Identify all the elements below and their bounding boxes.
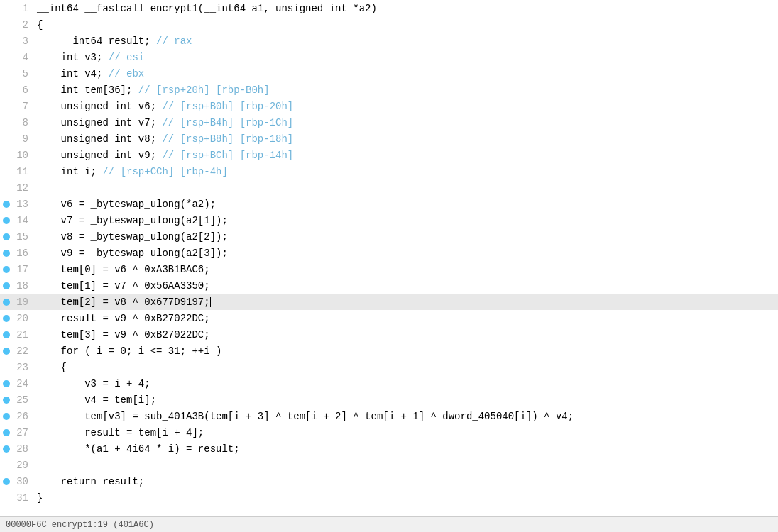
code-area: 1__int64 __fastcall encrypt1(__int64 a1,… — [0, 0, 778, 506]
code-line: 8 unsigned int v7; // [rsp+B4h] [rbp-1Ch… — [0, 114, 778, 131]
breakpoint-dot[interactable] — [3, 331, 10, 338]
code-line: 18 tem[1] = v7 ^ 0x56AA3350; — [0, 277, 778, 294]
line-number: 11 — [13, 166, 34, 177]
code-line: 10 unsigned int v9; // [rsp+BCh] [rbp-14… — [0, 147, 778, 163]
token: tem[v3] = sub_401A3B(tem[i + 3] ^ tem[i … — [37, 411, 574, 422]
breakpoint-dot[interactable] — [3, 315, 10, 322]
line-content: v6 = _byteswap_ulong(*a2); — [34, 199, 778, 210]
line-number: 13 — [13, 199, 34, 210]
line-indicator — [0, 266, 13, 273]
line-indicator — [0, 282, 13, 289]
line-number: 14 — [13, 215, 34, 226]
line-number: 15 — [13, 231, 34, 243]
breakpoint-dot[interactable] — [3, 397, 10, 404]
code-line: 26 tem[v3] = sub_401A3B(tem[i + 3] ^ tem… — [0, 408, 778, 424]
breakpoint-dot[interactable] — [3, 282, 10, 289]
code-line: 13 v6 = _byteswap_ulong(*a2); — [0, 196, 778, 212]
line-number: 12 — [13, 182, 34, 194]
code-line: 9 unsigned int v8; // [rsp+B8h] [rbp-18h… — [0, 131, 778, 147]
token: // ebx — [109, 68, 144, 79]
breakpoint-dot[interactable] — [3, 445, 10, 453]
token: tem[3] = v9 ^ 0xB27022DC; — [37, 329, 210, 340]
code-line: 27 result = tem[i + 4]; — [0, 424, 778, 440]
breakpoint-dot[interactable] — [3, 478, 10, 485]
line-number: 8 — [13, 117, 34, 128]
line-content: int tem[36]; // [rsp+20h] [rbp-B0h] — [34, 84, 778, 96]
line-content: unsigned int v9; // [rsp+BCh] [rbp-14h] — [34, 150, 778, 161]
token: int i; — [37, 166, 102, 177]
line-content: v7 = _byteswap_ulong(a2[1]); — [34, 215, 778, 226]
token: // esi — [109, 52, 144, 63]
breakpoint-dot[interactable] — [3, 348, 10, 355]
code-line: 14 v7 = _byteswap_ulong(a2[1]); — [0, 212, 778, 228]
code-line: 20 result = v9 ^ 0xB27022DC; — [0, 310, 778, 326]
token: result = tem[i + 4]; — [37, 427, 204, 438]
line-content: int i; // [rsp+CCh] [rbp-4h] — [34, 166, 778, 177]
line-content: result = tem[i + 4]; — [34, 427, 778, 438]
line-content: tem[v3] = sub_401A3B(tem[i + 3] ^ tem[i … — [34, 411, 778, 422]
token: unsigned int v8; — [37, 133, 162, 145]
line-number: 3 — [13, 35, 34, 47]
code-line: 22 for ( i = 0; i <= 31; ++i ) — [0, 343, 778, 359]
code-line: 6 int tem[36]; // [rsp+20h] [rbp-B0h] — [0, 82, 778, 98]
line-indicator — [0, 445, 13, 453]
line-content: unsigned int v7; // [rsp+B4h] [rbp-1Ch] — [34, 117, 778, 128]
token: return result; — [37, 476, 144, 487]
line-number: 5 — [13, 68, 34, 79]
line-content: { — [34, 362, 778, 373]
token: // [rsp+BCh] [rbp-14h] — [162, 150, 293, 161]
line-number: 4 — [13, 52, 34, 63]
token: v8 = _byteswap_ulong(a2[2]); — [37, 231, 228, 243]
code-line: 21 tem[3] = v9 ^ 0xB27022DC; — [0, 326, 778, 343]
line-number: 19 — [13, 297, 34, 308]
breakpoint-dot[interactable] — [3, 233, 10, 240]
token: tem[2] = v8 ^ 0x677D9197; — [37, 297, 210, 308]
code-line: 17 tem[0] = v6 ^ 0xA3B1BAC6; — [0, 261, 778, 277]
code-line: 16 v9 = _byteswap_ulong(a2[3]); — [0, 245, 778, 261]
line-content: { — [34, 19, 778, 31]
breakpoint-dot[interactable] — [3, 217, 10, 224]
line-content: for ( i = 0; i <= 31; ++i ) — [34, 345, 778, 357]
code-line: 30 return result; — [0, 473, 778, 489]
breakpoint-dot[interactable] — [3, 299, 10, 306]
code-line: 19 tem[2] = v8 ^ 0x677D9197; — [0, 294, 778, 310]
code-line: 2{ — [0, 16, 778, 33]
line-number: 1 — [13, 3, 34, 14]
token: // rax — [156, 35, 192, 47]
line-content: result = v9 ^ 0xB27022DC; — [34, 313, 778, 324]
code-line: 15 v8 = _byteswap_ulong(a2[2]); — [0, 228, 778, 245]
code-line: 11 int i; // [rsp+CCh] [rbp-4h] — [0, 163, 778, 179]
line-indicator — [0, 331, 13, 338]
code-line: 1__int64 __fastcall encrypt1(__int64 a1,… — [0, 0, 778, 16]
code-line: 25 v4 = tem[i]; — [0, 392, 778, 408]
line-indicator — [0, 217, 13, 224]
breakpoint-dot[interactable] — [3, 413, 10, 420]
line-number: 10 — [13, 150, 34, 161]
breakpoint-dot[interactable] — [3, 250, 10, 257]
token: // [rsp+B0h] [rbp-20h] — [162, 101, 293, 112]
breakpoint-dot[interactable] — [3, 201, 10, 208]
code-line: 5 int v4; // ebx — [0, 65, 778, 82]
line-content: tem[2] = v8 ^ 0x677D9197; — [34, 297, 778, 308]
code-line: 12 — [0, 179, 778, 196]
line-number: 2 — [13, 19, 34, 31]
line-number: 27 — [13, 427, 34, 438]
line-content: *(a1 + 4i64 * i) = result; — [34, 443, 778, 455]
line-content: tem[3] = v9 ^ 0xB27022DC; — [34, 329, 778, 340]
line-indicator — [0, 478, 13, 485]
code-line: 24 v3 = i + 4; — [0, 375, 778, 392]
token: v6 = _byteswap_ulong(*a2); — [37, 199, 216, 210]
line-number: 26 — [13, 411, 34, 422]
token: tem[0] = v6 ^ 0xA3B1BAC6; — [37, 264, 210, 275]
breakpoint-dot[interactable] — [3, 266, 10, 273]
breakpoint-dot[interactable] — [3, 429, 10, 436]
breakpoint-dot[interactable] — [3, 380, 10, 387]
line-content: v9 = _byteswap_ulong(a2[3]); — [34, 248, 778, 259]
line-number: 24 — [13, 378, 34, 389]
token: { — [37, 19, 43, 31]
token: int v4; — [37, 68, 109, 79]
line-indicator — [0, 201, 13, 208]
line-content: int v3; // esi — [34, 52, 778, 63]
status-bar: 00000F6C encrypt1:19 (401A6C) — [0, 516, 778, 532]
code-line: 7 unsigned int v6; // [rsp+B0h] [rbp-20h… — [0, 98, 778, 114]
